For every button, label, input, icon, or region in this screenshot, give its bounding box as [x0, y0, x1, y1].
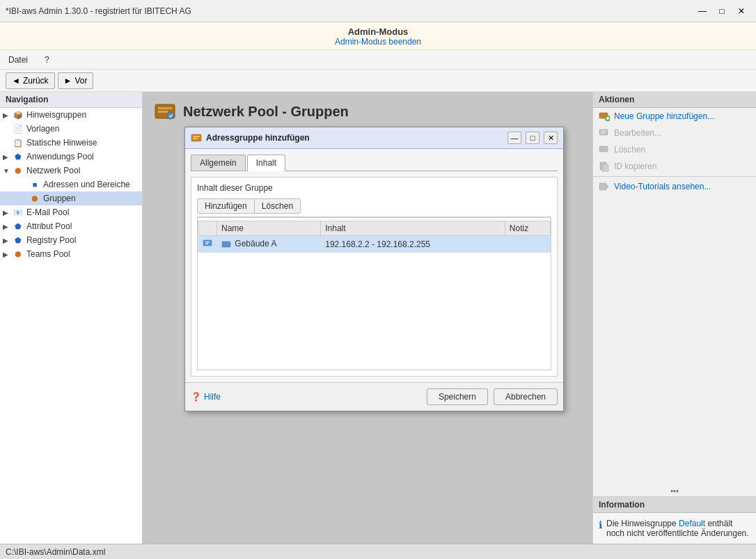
- svg-rect-13: [599, 129, 608, 135]
- action-delete: Löschen: [593, 141, 756, 158]
- actions-header: Aktionen: [593, 92, 756, 108]
- forward-label: Vor: [74, 76, 87, 86]
- toolbar: ◄ Zurück ► Vor: [0, 70, 756, 92]
- row-check-cell: [198, 236, 217, 253]
- modal-overlay: Adressgruppe hinzufügen — □ ✕ Allgemein …: [143, 92, 592, 544]
- back-arrow-icon: ◄: [12, 76, 20, 86]
- sidebar-item-netzwerk-pool[interactable]: ▼ ⬢ Netzwerk Pool: [0, 164, 142, 178]
- adressen-icon: ■: [29, 179, 40, 190]
- sidebar: Navigation ▶ 📦 Hinweisgruppen 📄 Vorlagen…: [0, 92, 143, 544]
- dialog-tab-bar: Allgemein Inhalt: [191, 155, 558, 171]
- address-table: Name Inhalt Notiz: [198, 221, 551, 253]
- svg-rect-6: [193, 138, 198, 139]
- sidebar-label-netzwerk: Netzwerk Pool: [26, 166, 80, 175]
- sidebar-label-hinweisgruppen: Hinweisgruppen: [26, 110, 86, 120]
- teams-icon: ⬢: [13, 249, 24, 260]
- menubar: Datei ?: [0, 50, 756, 70]
- table-row[interactable]: Gebäude A 192.168.2.2 - 192.168.2.255: [198, 236, 551, 253]
- action-new-group-label[interactable]: Neue Gruppe hinzufügen...: [614, 111, 714, 121]
- more-indicator: •••: [593, 485, 756, 496]
- col-header-notiz: Notiz: [505, 221, 550, 236]
- info-default-link[interactable]: Default: [679, 519, 705, 528]
- loeschen-button[interactable]: Löschen: [254, 198, 301, 214]
- tab-inhalt[interactable]: Inhalt: [247, 155, 285, 171]
- sidebar-header: Navigation: [0, 92, 142, 108]
- action-new-group[interactable]: Neue Gruppe hinzufügen...: [593, 108, 756, 125]
- expand-icon-netzwerk: ▼: [3, 167, 11, 175]
- gruppen-icon: ⬢: [29, 193, 40, 204]
- col-header-name: Name: [217, 221, 321, 236]
- sidebar-item-adressen[interactable]: ■ Adressen und Bereiche: [0, 178, 142, 191]
- dialog-minimize-button[interactable]: —: [507, 132, 521, 144]
- sidebar-item-hinweisgruppen[interactable]: ▶ 📦 Hinweisgruppen: [0, 108, 142, 122]
- row-notiz-cell: [505, 236, 550, 253]
- actions-section: Aktionen Neue Gruppe hinzufügen...: [593, 92, 756, 195]
- sidebar-label-adressen: Adressen und Bereiche: [43, 180, 130, 189]
- expand-icon-email: ▶: [3, 209, 11, 216]
- expand-icon: ▶: [3, 111, 11, 119]
- action-video-tutorials-label[interactable]: Video-Tutorials ansehen...: [614, 182, 711, 191]
- netzwerk-icon: ⬢: [13, 165, 24, 176]
- help-link-text[interactable]: Hilfe: [204, 392, 221, 402]
- sidebar-item-teams-pool[interactable]: ▶ ⬢ Teams Pool: [0, 247, 142, 261]
- back-label: Zurück: [23, 76, 49, 86]
- disable-admin-mode-link[interactable]: Admin-Modus beenden: [335, 37, 421, 47]
- forward-button[interactable]: ► Vor: [58, 72, 94, 89]
- dialog-icon: [191, 132, 202, 143]
- expand-icon-teams: ▶: [3, 251, 11, 258]
- info-icon: ℹ: [599, 519, 602, 530]
- row-inhalt-cell: 192.168.2.2 - 192.168.2.255: [321, 236, 505, 253]
- sidebar-item-registry-pool[interactable]: ▶ ⬟ Registry Pool: [0, 233, 142, 247]
- email-icon: 📧: [13, 207, 24, 218]
- menu-datei[interactable]: Datei: [6, 54, 31, 66]
- expand-icon-registry: ▶: [3, 237, 11, 244]
- dialog-maximize-button[interactable]: □: [526, 132, 540, 144]
- svg-rect-15: [601, 133, 604, 134]
- sidebar-item-statische-hinweise[interactable]: 📋 Statische Hinweise: [0, 136, 142, 150]
- action-edit: Bearbeiten...: [593, 125, 756, 141]
- save-button[interactable]: Speichern: [427, 388, 488, 405]
- tab-content-inhalt: Inhalt dieser Gruppe Hinzufügen Löschen: [191, 177, 558, 377]
- back-button[interactable]: ◄ Zurück: [6, 72, 55, 89]
- attribut-icon: ⬟: [13, 221, 24, 232]
- help-link[interactable]: ❓ Hilfe: [191, 392, 221, 402]
- action-copy-id: ID kopieren: [593, 158, 756, 175]
- sidebar-label-gruppen: Gruppen: [43, 194, 76, 203]
- footer-buttons: Speichern Abbrechen: [427, 388, 558, 405]
- sidebar-item-vorlagen[interactable]: 📄 Vorlagen: [0, 122, 142, 136]
- dialog-adressgruppe: Adressgruppe hinzufügen — □ ✕ Allgemein …: [184, 127, 564, 411]
- minimize-button[interactable]: —: [693, 4, 711, 18]
- main-layout: Navigation ▶ 📦 Hinweisgruppen 📄 Vorlagen…: [0, 92, 756, 544]
- statische-icon: 📋: [13, 137, 24, 148]
- sidebar-label-attribut: Attribut Pool: [26, 221, 72, 231]
- row-icon: [221, 239, 231, 249]
- tab-allgemein[interactable]: Allgemein: [191, 155, 246, 171]
- sidebar-item-gruppen[interactable]: ⬢ Gruppen: [0, 191, 142, 205]
- new-group-icon: [599, 111, 610, 122]
- row-name-value: Gebäude A: [235, 239, 276, 249]
- svg-marker-20: [606, 184, 608, 189]
- admin-mode-label: Admin-Modus: [0, 26, 756, 37]
- content-area: Netzwerk Pool - Gruppen Adre: [143, 92, 756, 544]
- sidebar-label-email: E-Mail Pool: [26, 207, 69, 217]
- vorlagen-icon: 📄: [13, 123, 24, 134]
- copy-id-icon: [599, 161, 610, 172]
- cancel-button[interactable]: Abbrechen: [494, 388, 558, 405]
- svg-rect-16: [599, 146, 608, 152]
- hinzufuegen-button[interactable]: Hinzufügen: [197, 198, 254, 214]
- forward-arrow-icon: ►: [64, 76, 72, 86]
- sidebar-label-registry: Registry Pool: [26, 235, 76, 245]
- info-text-before: Die Hinweisgruppe: [606, 519, 679, 528]
- sidebar-item-attribut-pool[interactable]: ▶ ⬟ Attribut Pool: [0, 219, 142, 233]
- menu-help[interactable]: ?: [42, 54, 52, 66]
- sidebar-item-email-pool[interactable]: ▶ 📧 E-Mail Pool: [0, 205, 142, 219]
- dialog-close-button[interactable]: ✕: [544, 132, 558, 144]
- sidebar-item-anwendungs-pool[interactable]: ▶ ⬟ Anwendungs Pool: [0, 150, 142, 164]
- sidebar-label-teams: Teams Pool: [26, 249, 70, 259]
- maximize-button[interactable]: □: [713, 4, 731, 18]
- delete-icon: [599, 144, 610, 155]
- dialog-titlebar: Adressgruppe hinzufügen — □ ✕: [185, 127, 563, 149]
- action-video-tutorials[interactable]: Video-Tutorials ansehen...: [593, 178, 756, 195]
- close-button[interactable]: ✕: [732, 4, 750, 18]
- svg-rect-9: [205, 244, 208, 245]
